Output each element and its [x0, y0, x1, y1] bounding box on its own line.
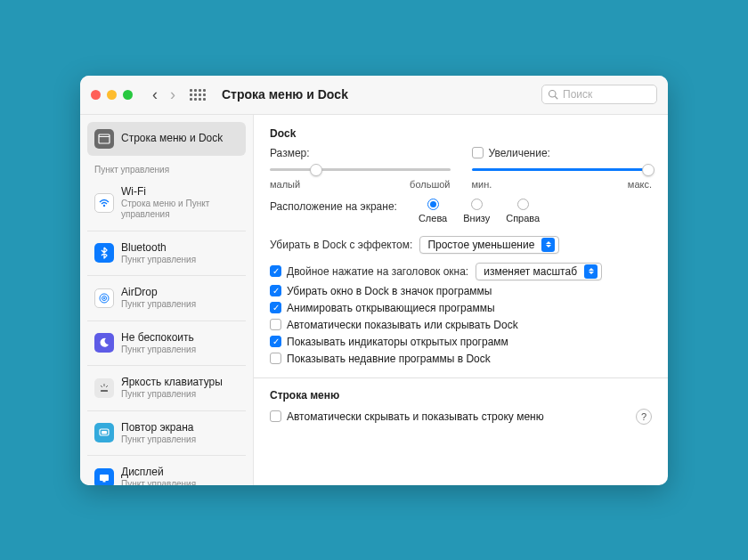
zoom-button[interactable]: [123, 90, 133, 100]
position-left-radio[interactable]: [427, 199, 439, 210]
bluetooth-icon: [94, 243, 114, 263]
titlebar: ‹ › Строка меню и Dock Поиск: [80, 76, 668, 115]
sidebar-item-bluetooth[interactable]: Bluetooth Пункт управления: [87, 234, 246, 273]
search-icon: [548, 89, 558, 100]
show-indicators-checkbox[interactable]: [270, 336, 281, 347]
svg-point-0: [549, 91, 557, 98]
position-bottom-radio[interactable]: [471, 199, 483, 210]
search-placeholder: Поиск: [563, 88, 592, 101]
position-label: Расположение на экране:: [270, 199, 397, 213]
size-label: Размер:: [270, 147, 310, 159]
mag-max-label: макс.: [628, 179, 652, 190]
dock-section-title: Dock: [270, 127, 652, 140]
moon-icon: [94, 333, 114, 353]
window-title: Строка меню и Dock: [222, 87, 348, 101]
show-recents-checkbox[interactable]: [270, 353, 281, 364]
popup-arrows-icon: [584, 264, 598, 279]
size-slider[interactable]: [270, 163, 451, 177]
svg-line-10: [101, 386, 102, 387]
screen-mirroring-icon: [94, 423, 114, 442]
sidebar-item-airdrop[interactable]: AirDrop Пункт управления: [87, 279, 246, 318]
keyboard-brightness-icon: [94, 378, 114, 398]
airdrop-icon: [94, 288, 114, 308]
sidebar-item-screen-mirroring[interactable]: Повтор экрана Пункт управления: [87, 414, 246, 453]
display-icon: [94, 468, 114, 485]
minimize-to-app-checkbox[interactable]: [270, 285, 281, 296]
back-button[interactable]: ‹: [152, 86, 158, 102]
svg-rect-15: [103, 481, 106, 483]
nav-buttons: ‹ ›: [152, 86, 175, 102]
svg-line-1: [555, 96, 557, 99]
preferences-window: ‹ › Строка меню и Dock Поиск Строка меню…: [80, 76, 668, 485]
magnification-label: Увеличение:: [489, 147, 550, 159]
sidebar-item-dock-menubar[interactable]: Строка меню и Dock: [87, 122, 246, 156]
svg-rect-8: [101, 390, 108, 392]
svg-rect-14: [100, 475, 109, 481]
content-pane: Dock Размер: малый большой: [254, 115, 668, 485]
position-right-radio[interactable]: [517, 199, 529, 210]
traffic-lights: [91, 90, 133, 100]
magnification-slider[interactable]: [472, 163, 653, 177]
minimize-label: Убирать в Dock с эффектом:: [270, 239, 412, 251]
size-max-label: большой: [410, 179, 450, 190]
search-field[interactable]: Поиск: [541, 85, 657, 104]
sidebar: Строка меню и Dock Пункт управления Wi-F…: [80, 115, 254, 485]
animate-opening-checkbox[interactable]: [270, 302, 281, 313]
sidebar-item-wifi[interactable]: Wi-Fi Строка меню и Пункт управления: [87, 178, 246, 228]
svg-rect-2: [99, 134, 110, 143]
dock-menubar-icon: [94, 129, 114, 149]
help-button[interactable]: ?: [636, 409, 652, 425]
forward-button[interactable]: ›: [170, 86, 175, 102]
autohide-menubar-checkbox[interactable]: [270, 410, 281, 422]
mag-min-label: мин.: [472, 179, 492, 190]
doubleclick-checkbox[interactable]: [270, 265, 281, 277]
popup-arrows-icon: [541, 238, 555, 252]
size-min-label: малый: [270, 179, 300, 190]
autohide-dock-checkbox[interactable]: [270, 319, 281, 330]
svg-point-7: [103, 297, 105, 299]
wifi-icon: [94, 193, 114, 213]
sidebar-item-dnd[interactable]: Не беспокоить Пункт управления: [87, 324, 246, 363]
svg-line-11: [106, 386, 108, 387]
magnification-checkbox[interactable]: [472, 147, 484, 158]
sidebar-item-display[interactable]: Дисплей Пункт управления: [87, 459, 246, 485]
show-all-icon[interactable]: [190, 89, 206, 101]
menubar-section-title: Строка меню: [270, 389, 652, 402]
doubleclick-label: Двойное нажатие на заголовок окна:: [287, 265, 468, 278]
minimize-button[interactable]: [107, 90, 117, 100]
close-button[interactable]: [91, 90, 101, 100]
sidebar-section-header: Пункт управления: [87, 156, 246, 178]
doubleclick-popup[interactable]: изменяет масштаб: [476, 263, 602, 280]
minimize-effect-popup[interactable]: Простое уменьшение: [419, 236, 559, 254]
sidebar-item-kb-brightness[interactable]: Яркость клавиатуры Пункт управления: [87, 369, 246, 408]
svg-rect-13: [102, 431, 107, 434]
svg-point-4: [103, 204, 105, 206]
